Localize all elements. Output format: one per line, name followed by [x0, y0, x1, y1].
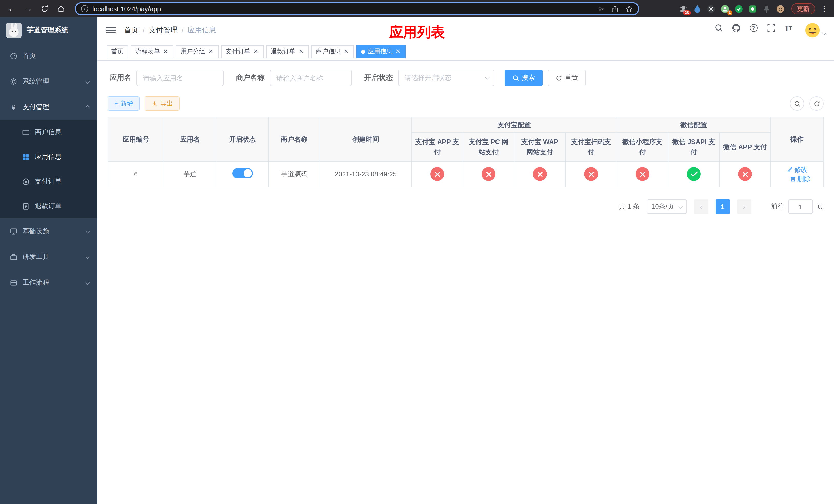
info-icon[interactable]: i	[81, 5, 88, 12]
search-button[interactable]: 搜索	[505, 70, 543, 86]
help-icon[interactable]: ?	[748, 23, 759, 33]
extension-check-icon[interactable]	[734, 4, 743, 13]
edit-button-label: 修改	[794, 165, 808, 174]
status-select-placeholder: 请选择开启状态	[405, 73, 452, 83]
reset-button-label: 重置	[565, 73, 578, 83]
forward-icon[interactable]: →	[22, 2, 35, 15]
font-size-icon[interactable]: TT	[783, 23, 793, 33]
reload-icon[interactable]	[38, 2, 51, 15]
add-button[interactable]: + 新增	[108, 96, 139, 111]
back-icon[interactable]: ←	[5, 2, 19, 15]
update-button[interactable]: 更新	[791, 3, 815, 14]
col-header-merchant: 商户名称	[268, 117, 320, 161]
card-icon	[22, 128, 30, 136]
tab-refund-order[interactable]: 退款订单✕	[266, 45, 309, 58]
page-size-select[interactable]: 10条/页	[647, 200, 687, 214]
sidebar-item-app-info[interactable]: 应用信息	[0, 144, 97, 169]
extension-drop-icon[interactable]	[693, 4, 702, 13]
sidebar-item-pay-order[interactable]: 支付订单	[0, 169, 97, 194]
breadcrumb-home[interactable]: 首页	[124, 26, 138, 35]
url-text[interactable]: localhost:1024/pay/app	[92, 5, 593, 13]
extension-pin-icon[interactable]	[762, 4, 771, 13]
user-menu[interactable]	[805, 23, 826, 38]
home-icon[interactable]	[54, 2, 68, 15]
col-header-app-id: 应用编号	[108, 117, 164, 161]
prev-page-button[interactable]: ‹	[694, 200, 708, 214]
sidebar-item-workflow[interactable]: 工作流程	[0, 270, 97, 295]
refresh-button[interactable]	[809, 96, 824, 111]
sidebar-fold-icon[interactable]	[106, 25, 116, 36]
alipay-qr-status-icon	[584, 167, 598, 181]
logo[interactable]: 芋道管理系统	[0, 18, 97, 43]
extension-face-icon[interactable]	[775, 4, 785, 13]
breadcrumb: 首页 / 支付管理 / 应用信息	[124, 26, 216, 35]
sidebar-item-system[interactable]: 系统管理	[0, 69, 97, 94]
group-header-wechat: 微信配置	[617, 117, 771, 133]
search-icon[interactable]	[714, 23, 724, 33]
chevron-down-icon	[86, 255, 90, 259]
tab-process-form[interactable]: 流程表单✕	[131, 45, 173, 58]
search-button-label: 搜索	[522, 73, 535, 83]
col-header-status: 开启状态	[216, 117, 268, 161]
tab-pay-order[interactable]: 支付订单✕	[221, 45, 264, 58]
breadcrumb-separator: /	[142, 26, 145, 35]
reset-button[interactable]: 重置	[548, 70, 586, 86]
close-icon[interactable]: ✕	[253, 48, 259, 55]
share-icon[interactable]	[611, 5, 619, 13]
sidebar-item-infra[interactable]: 基础设施	[0, 219, 97, 244]
gear-icon	[9, 77, 18, 86]
extension-dark-circle-icon[interactable]	[706, 4, 716, 13]
breadcrumb-separator: /	[181, 26, 184, 35]
bookmark-star-icon[interactable]	[625, 5, 633, 13]
status-toggle[interactable]	[232, 168, 253, 178]
tags-view: 首页 流程表单✕ 用户分组✕ 支付订单✕ 退款订单✕ 商户信息✕ 应用信息✕	[97, 43, 834, 61]
close-icon[interactable]: ✕	[395, 48, 401, 55]
pagination: 共 1 条 10条/页 ‹ 1 › 前往 页	[108, 200, 824, 214]
tab-home[interactable]: 首页	[107, 45, 128, 58]
sidebar-item-refund-order[interactable]: 退款订单	[0, 194, 97, 219]
search-icon	[794, 100, 800, 107]
close-icon[interactable]: ✕	[343, 48, 349, 55]
key-icon[interactable]	[597, 5, 605, 13]
current-page-button[interactable]: 1	[716, 200, 730, 214]
toggle-search-button[interactable]	[790, 96, 804, 111]
close-icon[interactable]: ✕	[162, 48, 169, 55]
tab-merchant-info[interactable]: 商户信息✕	[311, 45, 354, 58]
table-toolbar: + 新增 导出	[108, 96, 824, 111]
cell-app-id: 6	[108, 161, 164, 187]
address-bar[interactable]: i localhost:1024/pay/app	[75, 2, 639, 15]
page-size-value: 10条/页	[652, 202, 674, 211]
sidebar-item-merchant-info[interactable]: 商户信息	[0, 120, 97, 144]
merchant-name-input[interactable]	[270, 70, 352, 86]
tab-user-group[interactable]: 用户分组✕	[176, 45, 219, 58]
browser-menu-icon[interactable]: ⋮	[820, 4, 829, 13]
fullscreen-icon[interactable]	[766, 23, 776, 33]
close-icon[interactable]: ✕	[208, 48, 214, 55]
extensions-puzzle-icon[interactable]: 10	[679, 4, 688, 13]
extension-avatar-icon[interactable]: 1	[720, 4, 729, 13]
delete-button[interactable]: 删除	[790, 174, 811, 183]
next-page-button[interactable]: ›	[737, 200, 751, 214]
sidebar-item-dev-tools[interactable]: 研发工具	[0, 244, 97, 270]
cell-merchant: 芋道源码	[268, 161, 320, 187]
goto-page-input[interactable]	[788, 200, 813, 214]
tab-app-info[interactable]: 应用信息✕	[356, 45, 406, 58]
edit-button[interactable]: 修改	[787, 165, 808, 174]
app-name-input[interactable]	[136, 70, 224, 86]
github-icon[interactable]	[731, 23, 741, 33]
extension-chat-icon[interactable]	[748, 4, 757, 13]
delete-button-label: 删除	[797, 174, 811, 183]
breadcrumb-current: 应用信息	[188, 26, 216, 35]
sidebar-item-payment[interactable]: ¥ 支付管理	[0, 94, 97, 120]
sidebar-item-home[interactable]: 首页	[0, 43, 97, 69]
toggle-knob	[243, 169, 251, 177]
close-icon[interactable]: ✕	[298, 48, 304, 55]
status-select[interactable]: 请选择开启状态	[398, 70, 495, 86]
chevron-down-icon	[822, 31, 827, 35]
export-button[interactable]: 导出	[145, 96, 179, 111]
breadcrumb-payment[interactable]: 支付管理	[149, 26, 177, 35]
refresh-icon	[813, 100, 820, 107]
wx-app-status-icon	[738, 167, 752, 181]
sidebar-item-label: 应用信息	[35, 152, 62, 161]
chevron-down-icon	[86, 280, 90, 285]
